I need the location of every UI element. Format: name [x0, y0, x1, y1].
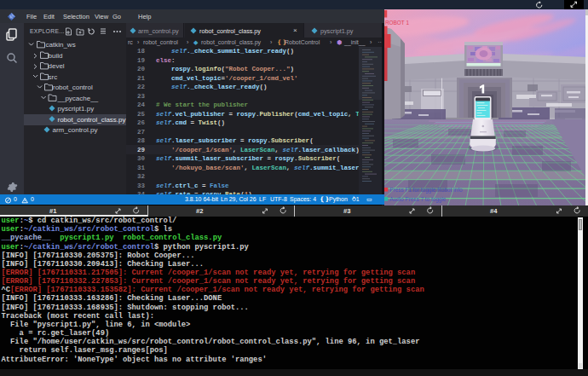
svg-text:ROBOT 1: ROBOT 1 — [385, 20, 409, 26]
svg-text:Press F1 for toggle Robot Info: Press F1 for toggle Robot Info — [390, 187, 464, 194]
svg-text:Audio Press 7 to toggle: Audio Press 7 to toggle — [390, 196, 447, 203]
